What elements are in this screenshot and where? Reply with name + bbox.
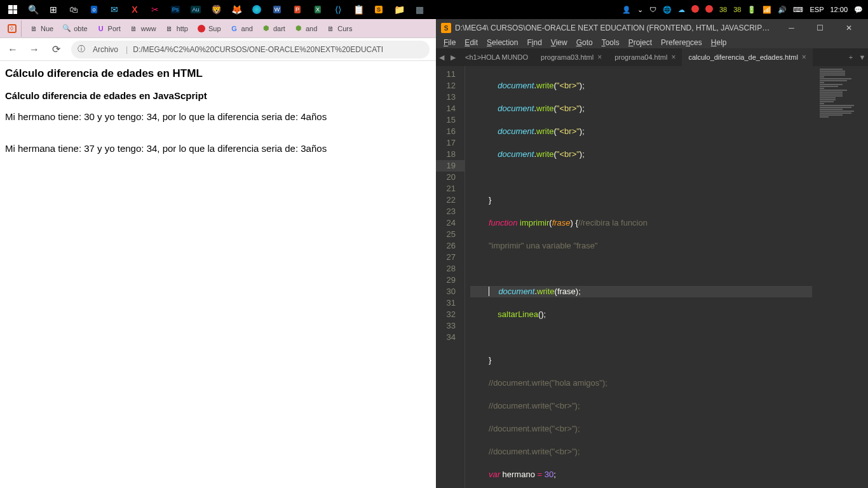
tray-icon[interactable]: 🌐 (663, 6, 672, 14)
snip-icon[interactable]: ✂ (145, 0, 165, 19)
url-text: D:/MEG4/%C2%A0%20CURSOS/ONE-ORACLE%20NEX… (133, 45, 383, 54)
close-tab-icon[interactable]: × (597, 53, 602, 62)
taskbar-left: 🔍 ⊞ 🛍 o ✉ X ✂ Ps Au 🦁 🦊 W P X ⟨⟩ 📋 S 📁 ▦ (0, 0, 430, 19)
menu-bar: File Edit Selection Find View Goto Tools… (436, 37, 868, 48)
page-paragraph: Mi hermana tiene: 37 y yo tengo: 34, por… (5, 143, 431, 154)
sublime-window: S D:\MEG4\ CURSOS\ONE-ORACLE NEXT EDUCAT… (436, 19, 868, 488)
browser-tab[interactable]: UPort (93, 21, 125, 36)
explorer-icon[interactable]: 📁 (389, 0, 409, 19)
minimap[interactable] (817, 66, 868, 488)
edge-icon[interactable] (247, 0, 267, 19)
tray-icon[interactable] (691, 5, 699, 14)
task-view-icon[interactable]: ⊞ (43, 0, 64, 19)
menu-file[interactable]: File (440, 37, 459, 48)
x-app-icon[interactable]: X (125, 0, 145, 19)
close-tab-icon[interactable]: × (802, 53, 806, 62)
reload-button[interactable]: ⟳ (50, 43, 62, 56)
tray-badge[interactable]: 38 (719, 6, 727, 13)
browser-window: ◊ 🗎Nue 🔍obte UPort 🗎www 🗎http Sup Gand ⬢… (0, 19, 436, 488)
search-icon: 🔍 (62, 24, 71, 33)
people-icon[interactable]: 👤 (622, 6, 631, 14)
outlook-icon[interactable]: o (84, 0, 104, 19)
menu-find[interactable]: Find (523, 37, 545, 48)
mail-icon[interactable]: ✉ (104, 0, 125, 19)
editor-tab-active[interactable]: calculo_diferencia_de_edades.html× (682, 48, 812, 66)
windows-taskbar: 🔍 ⊞ 🛍 o ✉ X ✂ Ps Au 🦁 🦊 W P X ⟨⟩ 📋 S 📁 ▦… (0, 0, 868, 19)
browser-tab[interactable]: 🔍obte (58, 21, 91, 36)
windows-logo-icon (8, 5, 17, 14)
browser-logo[interactable]: ◊ (3, 20, 22, 37)
close-tab-icon[interactable]: × (671, 53, 675, 62)
menu-selection[interactable]: Selection (483, 37, 522, 48)
photoshop-icon[interactable]: Ps (165, 0, 186, 19)
vscode-icon[interactable]: ⟨⟩ (328, 0, 348, 19)
tab-next-button[interactable]: ▶ (447, 48, 459, 66)
sublime-logo-icon: S (441, 23, 451, 33)
audition-icon[interactable]: Au (186, 0, 206, 19)
back-button[interactable]: ← (6, 43, 19, 56)
wifi-icon[interactable]: 📶 (763, 6, 771, 14)
browser-tab[interactable]: ⬢and (290, 21, 321, 36)
tray-badge[interactable]: 38 (733, 6, 741, 13)
browser-tab[interactable]: Sup (193, 21, 225, 36)
browser-tab[interactable]: 🗎Curs (322, 21, 356, 36)
browser-tab[interactable]: 🗎Nue (25, 21, 57, 36)
language-indicator[interactable]: ESP (810, 6, 824, 13)
browser-tab[interactable]: ⬢dart (258, 21, 289, 36)
forward-button[interactable]: → (28, 43, 41, 56)
udemy-icon: U (97, 24, 105, 33)
chevron-up-icon[interactable]: ⌄ (637, 6, 643, 14)
battery-icon[interactable]: 🔋 (747, 6, 756, 14)
app-icon[interactable]: ▦ (409, 0, 430, 19)
menu-view[interactable]: View (547, 37, 571, 48)
url-scheme-label: Archivo (90, 44, 121, 55)
editor-area: 1112131415161718192021222324252627282930… (436, 66, 868, 488)
notifications-icon[interactable]: 💬 (854, 6, 863, 14)
notepad-icon[interactable]: 📋 (348, 0, 369, 19)
excel-icon[interactable]: X (308, 0, 328, 19)
word-icon[interactable]: W (267, 0, 287, 19)
page-content: Cálculo diferencia de edades en HTML Cál… (0, 61, 436, 488)
menu-edit[interactable]: Edit (461, 37, 482, 48)
new-tab-button[interactable]: + (845, 48, 857, 66)
close-button[interactable]: ✕ (834, 19, 863, 37)
mega-icon (197, 24, 206, 33)
clock[interactable]: 12:00 (830, 6, 848, 13)
page-icon: 🗎 (29, 24, 38, 33)
maximize-button[interactable]: ☐ (806, 19, 834, 37)
info-icon: ⓘ (78, 44, 85, 55)
menu-goto[interactable]: Goto (573, 37, 597, 48)
tray-icon[interactable] (705, 5, 713, 14)
android-icon: ⬢ (262, 24, 271, 33)
editor-tab[interactable]: programa03.html× (534, 48, 608, 66)
page-icon: 🗎 (326, 24, 335, 33)
tab-prev-button[interactable]: ◀ (436, 48, 447, 66)
menu-preferences[interactable]: Preferences (657, 37, 706, 48)
tray-icon[interactable]: 🛡 (649, 6, 656, 13)
url-input[interactable]: ⓘ Archivo | D:/MEG4/%C2%A0%20CURSOS/ONE-… (71, 41, 430, 58)
code-editor[interactable]: document.write("<br>"); document.write("… (465, 66, 817, 488)
browser-tab[interactable]: Gand (226, 21, 257, 36)
editor-tab[interactable]: programa04.html× (608, 48, 682, 66)
menu-help[interactable]: Help (707, 37, 731, 48)
minimize-button[interactable]: ─ (777, 19, 806, 37)
android-icon: ⬢ (294, 24, 303, 33)
editor-tab[interactable]: <h1>HOLA MUNDO (459, 48, 534, 66)
browser-tab[interactable]: 🗎www (126, 21, 160, 36)
brave-icon[interactable]: 🦁 (206, 0, 226, 19)
powerpoint-icon[interactable]: P (287, 0, 308, 19)
sublime-taskbar-icon[interactable]: S (369, 0, 389, 19)
keyboard-icon[interactable]: ⌨ (793, 6, 803, 14)
store-icon[interactable]: 🛍 (64, 0, 84, 19)
menu-project[interactable]: Project (625, 37, 656, 48)
onedrive-icon[interactable]: ☁ (678, 6, 685, 14)
volume-icon[interactable]: 🔊 (778, 6, 787, 14)
menu-tools[interactable]: Tools (598, 37, 623, 48)
start-button[interactable] (3, 0, 23, 19)
tab-menu-button[interactable]: ▼ (857, 48, 868, 66)
firefox-icon[interactable]: 🦊 (226, 0, 247, 19)
browser-tab[interactable]: 🗎http (161, 21, 192, 36)
search-icon[interactable]: 🔍 (23, 0, 43, 19)
sublime-titlebar[interactable]: S D:\MEG4\ CURSOS\ONE-ORACLE NEXT EDUCAT… (436, 19, 868, 37)
line-gutter[interactable]: 1112131415161718192021222324252627282930… (436, 66, 465, 488)
